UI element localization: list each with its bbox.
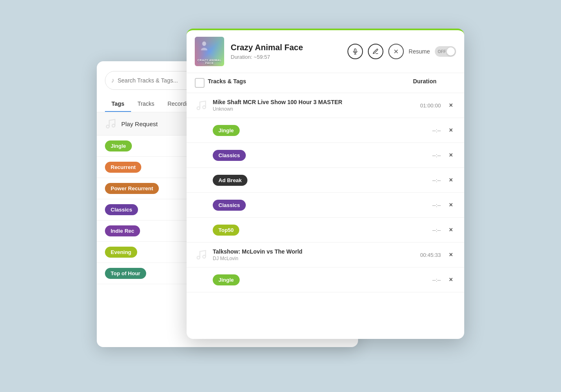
- tag-badge-evening: Evening: [105, 247, 137, 258]
- track-subtitle-0: Unknown: [213, 106, 403, 112]
- track-subtitle-6: DJ McLovin: [213, 256, 403, 261]
- tag-badge-recurrent: Recurrent: [105, 162, 141, 173]
- remove-item-0[interactable]: ×: [446, 100, 456, 111]
- album-figure: [198, 40, 210, 52]
- remove-item-5[interactable]: ×: [446, 225, 456, 235]
- tag-spacer-4: [195, 198, 208, 212]
- svg-rect-5: [354, 49, 356, 52]
- remove-item-1[interactable]: ×: [446, 125, 456, 136]
- playlist-item: Jingle --:-- ×: [187, 267, 464, 292]
- svg-point-3: [112, 124, 115, 127]
- toggle-off-label: OFF: [438, 49, 446, 54]
- tag-badge-power-recurrent: Power Recurrent: [105, 183, 159, 194]
- track-duration-6: 00:45:33: [408, 252, 441, 258]
- playlist-header: CRAZY ANIMAL FACE Crazy Animal Face Dura…: [187, 30, 464, 73]
- tab-tags[interactable]: Tags: [105, 96, 131, 112]
- resume-label: Resume: [409, 48, 430, 55]
- tag-duration-5: --:--: [408, 227, 441, 233]
- track-title-6: Talkshow: McLovin vs The World: [213, 248, 403, 255]
- playlist-item: Mike Shaft MCR Live Show 100 Hour 3 MAST…: [187, 93, 464, 118]
- svg-point-11: [203, 106, 206, 109]
- track-info-6: Talkshow: McLovin vs The World DJ McLovi…: [213, 248, 403, 261]
- tag-spacer-2: [195, 149, 208, 162]
- tag-spacer-7: [195, 273, 208, 286]
- remove-item-2[interactable]: ×: [446, 150, 456, 160]
- svg-point-4: [202, 42, 206, 46]
- playlist-item: Classics --:-- ×: [187, 143, 464, 168]
- tag-container-2: Classics: [213, 150, 403, 161]
- music-icon: ♪: [111, 77, 114, 84]
- svg-point-2: [107, 125, 109, 128]
- tag-badge-classics: Classics: [105, 204, 138, 215]
- album-art: CRAZY ANIMAL FACE: [195, 37, 224, 66]
- tag-container-7: Jingle: [213, 274, 403, 285]
- tag-duration-4: --:--: [408, 202, 441, 208]
- tag-badge-jingle-1: Jingle: [213, 125, 240, 136]
- playlist-item: Talkshow: McLovin vs The World DJ McLovi…: [187, 243, 464, 267]
- tag-badge-classics-2: Classics: [213, 150, 246, 161]
- svg-point-10: [197, 107, 200, 110]
- svg-point-12: [197, 256, 200, 259]
- tag-badge-jingle-7: Jingle: [213, 274, 240, 285]
- toggle-switch[interactable]: OFF: [435, 46, 456, 57]
- tag-container-5: Top50: [213, 225, 403, 236]
- tag-container-4: Classics: [213, 200, 403, 211]
- track-title-0: Mike Shaft MCR Live Show 100 Hour 3 MAST…: [213, 99, 403, 105]
- tag-spacer-1: [195, 124, 208, 137]
- tag-duration-3: --:--: [408, 177, 441, 183]
- track-info-0: Mike Shaft MCR Live Show 100 Hour 3 MAST…: [213, 99, 403, 112]
- playlist-item: Top50 --:-- ×: [187, 218, 464, 243]
- tab-tracks[interactable]: Tracks: [131, 96, 161, 112]
- playlist-info: Crazy Animal Face Duration: ~59:57: [231, 43, 341, 60]
- close-icon: [393, 48, 399, 55]
- playlist-item: Jingle --:-- ×: [187, 118, 464, 143]
- duration-column-header: Duration: [400, 78, 436, 88]
- playlist-item: Ad Break --:-- ×: [187, 168, 464, 193]
- track-icon-0: [195, 99, 208, 112]
- album-label: CRAZY ANIMAL FACE: [195, 59, 224, 65]
- edit-icon: [372, 48, 379, 55]
- playlist-panel: CRAZY ANIMAL FACE Crazy Animal Face Dura…: [187, 29, 464, 339]
- toggle-knob: [447, 47, 455, 56]
- microphone-icon: [352, 48, 358, 55]
- playlist-columns-header: Tracks & Tags Duration: [187, 73, 464, 93]
- remove-item-6[interactable]: ×: [446, 249, 456, 260]
- remove-item-3[interactable]: ×: [446, 175, 456, 185]
- tag-badge-classics-4: Classics: [213, 200, 246, 211]
- tag-spacer-3: [195, 174, 208, 187]
- tag-container-3: Ad Break: [213, 175, 403, 186]
- playlist-duration: Duration: ~59:57: [231, 54, 341, 60]
- remove-item-4[interactable]: ×: [446, 200, 456, 210]
- svg-point-13: [203, 255, 206, 258]
- remove-item-7[interactable]: ×: [446, 274, 456, 285]
- tag-duration-2: --:--: [408, 152, 441, 158]
- tag-badge-top-of-hour: Top of Hour: [105, 268, 146, 279]
- playlist-item: Classics --:-- ×: [187, 193, 464, 218]
- tag-duration-7: --:--: [408, 277, 441, 283]
- tracks-column-header: Tracks & Tags: [208, 78, 396, 88]
- music-note-icon: [105, 118, 116, 129]
- header-controls: Resume OFF: [347, 44, 456, 59]
- tag-container-1: Jingle: [213, 125, 403, 136]
- tag-badge-jingle: Jingle: [105, 140, 132, 151]
- microphone-button[interactable]: [347, 44, 363, 59]
- tag-badge-adbreak-3: Ad Break: [213, 175, 247, 186]
- edit-button[interactable]: [368, 44, 383, 59]
- tag-badge-top50-5: Top50: [213, 225, 239, 236]
- track-icon-6: [195, 248, 208, 261]
- track-duration-0: 01:00:00: [408, 102, 441, 109]
- tag-spacer-5: [195, 223, 208, 236]
- playlist-title: Crazy Animal Face: [231, 43, 341, 52]
- select-all-checkbox[interactable]: [195, 78, 205, 88]
- tag-badge-indie-rec: Indie Rec: [105, 225, 140, 236]
- close-button[interactable]: [388, 44, 404, 59]
- tag-duration-1: --:--: [408, 127, 441, 134]
